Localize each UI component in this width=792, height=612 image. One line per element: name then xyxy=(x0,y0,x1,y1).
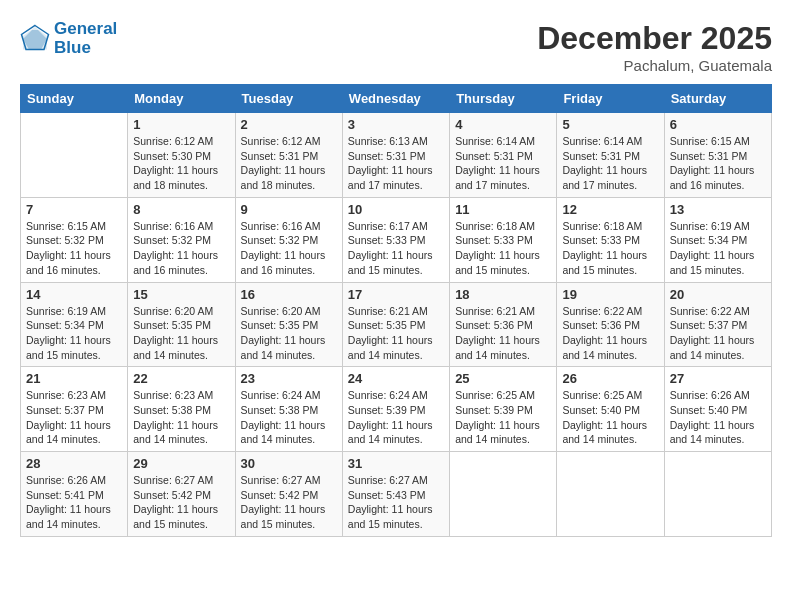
calendar-cell: 1Sunrise: 6:12 AMSunset: 5:30 PMDaylight… xyxy=(128,113,235,198)
day-info: Sunrise: 6:20 AMSunset: 5:35 PMDaylight:… xyxy=(133,304,229,363)
calendar-cell: 30Sunrise: 6:27 AMSunset: 5:42 PMDayligh… xyxy=(235,452,342,537)
day-number: 27 xyxy=(670,371,766,386)
day-info: Sunrise: 6:12 AMSunset: 5:30 PMDaylight:… xyxy=(133,134,229,193)
day-info: Sunrise: 6:22 AMSunset: 5:37 PMDaylight:… xyxy=(670,304,766,363)
calendar-cell: 26Sunrise: 6:25 AMSunset: 5:40 PMDayligh… xyxy=(557,367,664,452)
day-number: 22 xyxy=(133,371,229,386)
title-block: December 2025 Pachalum, Guatemala xyxy=(537,20,772,74)
day-number: 15 xyxy=(133,287,229,302)
day-number: 5 xyxy=(562,117,658,132)
weekday-header-thursday: Thursday xyxy=(450,85,557,113)
day-number: 29 xyxy=(133,456,229,471)
calendar-cell: 29Sunrise: 6:27 AMSunset: 5:42 PMDayligh… xyxy=(128,452,235,537)
day-info: Sunrise: 6:12 AMSunset: 5:31 PMDaylight:… xyxy=(241,134,337,193)
calendar-week-row: 14Sunrise: 6:19 AMSunset: 5:34 PMDayligh… xyxy=(21,282,772,367)
weekday-header-friday: Friday xyxy=(557,85,664,113)
calendar-cell: 12Sunrise: 6:18 AMSunset: 5:33 PMDayligh… xyxy=(557,197,664,282)
weekday-header-monday: Monday xyxy=(128,85,235,113)
calendar-cell xyxy=(557,452,664,537)
day-info: Sunrise: 6:26 AMSunset: 5:40 PMDaylight:… xyxy=(670,388,766,447)
calendar-week-row: 7Sunrise: 6:15 AMSunset: 5:32 PMDaylight… xyxy=(21,197,772,282)
day-number: 20 xyxy=(670,287,766,302)
logo: General Blue xyxy=(20,20,117,57)
day-number: 26 xyxy=(562,371,658,386)
day-number: 14 xyxy=(26,287,122,302)
weekday-header-wednesday: Wednesday xyxy=(342,85,449,113)
calendar-cell: 21Sunrise: 6:23 AMSunset: 5:37 PMDayligh… xyxy=(21,367,128,452)
weekday-header-tuesday: Tuesday xyxy=(235,85,342,113)
day-info: Sunrise: 6:15 AMSunset: 5:31 PMDaylight:… xyxy=(670,134,766,193)
calendar-week-row: 1Sunrise: 6:12 AMSunset: 5:30 PMDaylight… xyxy=(21,113,772,198)
day-info: Sunrise: 6:13 AMSunset: 5:31 PMDaylight:… xyxy=(348,134,444,193)
day-info: Sunrise: 6:27 AMSunset: 5:43 PMDaylight:… xyxy=(348,473,444,532)
calendar-cell: 19Sunrise: 6:22 AMSunset: 5:36 PMDayligh… xyxy=(557,282,664,367)
day-info: Sunrise: 6:17 AMSunset: 5:33 PMDaylight:… xyxy=(348,219,444,278)
calendar-table: SundayMondayTuesdayWednesdayThursdayFrid… xyxy=(20,84,772,537)
weekday-header-saturday: Saturday xyxy=(664,85,771,113)
day-info: Sunrise: 6:25 AMSunset: 5:40 PMDaylight:… xyxy=(562,388,658,447)
calendar-cell xyxy=(21,113,128,198)
calendar-cell: 23Sunrise: 6:24 AMSunset: 5:38 PMDayligh… xyxy=(235,367,342,452)
calendar-cell: 27Sunrise: 6:26 AMSunset: 5:40 PMDayligh… xyxy=(664,367,771,452)
calendar-cell xyxy=(450,452,557,537)
calendar-cell: 9Sunrise: 6:16 AMSunset: 5:32 PMDaylight… xyxy=(235,197,342,282)
day-info: Sunrise: 6:27 AMSunset: 5:42 PMDaylight:… xyxy=(241,473,337,532)
day-info: Sunrise: 6:20 AMSunset: 5:35 PMDaylight:… xyxy=(241,304,337,363)
logo-text: General Blue xyxy=(54,20,117,57)
day-info: Sunrise: 6:21 AMSunset: 5:36 PMDaylight:… xyxy=(455,304,551,363)
day-number: 4 xyxy=(455,117,551,132)
day-info: Sunrise: 6:18 AMSunset: 5:33 PMDaylight:… xyxy=(562,219,658,278)
calendar-week-row: 28Sunrise: 6:26 AMSunset: 5:41 PMDayligh… xyxy=(21,452,772,537)
day-info: Sunrise: 6:14 AMSunset: 5:31 PMDaylight:… xyxy=(455,134,551,193)
calendar-cell: 2Sunrise: 6:12 AMSunset: 5:31 PMDaylight… xyxy=(235,113,342,198)
page-header: General Blue December 2025 Pachalum, Gua… xyxy=(20,20,772,74)
day-info: Sunrise: 6:26 AMSunset: 5:41 PMDaylight:… xyxy=(26,473,122,532)
calendar-cell: 13Sunrise: 6:19 AMSunset: 5:34 PMDayligh… xyxy=(664,197,771,282)
calendar-cell: 31Sunrise: 6:27 AMSunset: 5:43 PMDayligh… xyxy=(342,452,449,537)
day-number: 30 xyxy=(241,456,337,471)
calendar-cell: 3Sunrise: 6:13 AMSunset: 5:31 PMDaylight… xyxy=(342,113,449,198)
location: Pachalum, Guatemala xyxy=(537,57,772,74)
month-title: December 2025 xyxy=(537,20,772,57)
day-info: Sunrise: 6:18 AMSunset: 5:33 PMDaylight:… xyxy=(455,219,551,278)
day-info: Sunrise: 6:22 AMSunset: 5:36 PMDaylight:… xyxy=(562,304,658,363)
calendar-cell: 4Sunrise: 6:14 AMSunset: 5:31 PMDaylight… xyxy=(450,113,557,198)
day-info: Sunrise: 6:24 AMSunset: 5:39 PMDaylight:… xyxy=(348,388,444,447)
calendar-cell: 17Sunrise: 6:21 AMSunset: 5:35 PMDayligh… xyxy=(342,282,449,367)
weekday-header-sunday: Sunday xyxy=(21,85,128,113)
calendar-cell: 20Sunrise: 6:22 AMSunset: 5:37 PMDayligh… xyxy=(664,282,771,367)
day-number: 1 xyxy=(133,117,229,132)
day-number: 12 xyxy=(562,202,658,217)
calendar-cell xyxy=(664,452,771,537)
day-number: 21 xyxy=(26,371,122,386)
day-info: Sunrise: 6:23 AMSunset: 5:38 PMDaylight:… xyxy=(133,388,229,447)
calendar-cell: 16Sunrise: 6:20 AMSunset: 5:35 PMDayligh… xyxy=(235,282,342,367)
day-number: 17 xyxy=(348,287,444,302)
calendar-week-row: 21Sunrise: 6:23 AMSunset: 5:37 PMDayligh… xyxy=(21,367,772,452)
calendar-cell: 14Sunrise: 6:19 AMSunset: 5:34 PMDayligh… xyxy=(21,282,128,367)
day-number: 8 xyxy=(133,202,229,217)
day-number: 7 xyxy=(26,202,122,217)
day-info: Sunrise: 6:16 AMSunset: 5:32 PMDaylight:… xyxy=(241,219,337,278)
calendar-cell: 18Sunrise: 6:21 AMSunset: 5:36 PMDayligh… xyxy=(450,282,557,367)
day-info: Sunrise: 6:16 AMSunset: 5:32 PMDaylight:… xyxy=(133,219,229,278)
day-info: Sunrise: 6:19 AMSunset: 5:34 PMDaylight:… xyxy=(26,304,122,363)
calendar-cell: 15Sunrise: 6:20 AMSunset: 5:35 PMDayligh… xyxy=(128,282,235,367)
calendar-cell: 5Sunrise: 6:14 AMSunset: 5:31 PMDaylight… xyxy=(557,113,664,198)
day-info: Sunrise: 6:15 AMSunset: 5:32 PMDaylight:… xyxy=(26,219,122,278)
day-number: 10 xyxy=(348,202,444,217)
day-info: Sunrise: 6:14 AMSunset: 5:31 PMDaylight:… xyxy=(562,134,658,193)
calendar-cell: 6Sunrise: 6:15 AMSunset: 5:31 PMDaylight… xyxy=(664,113,771,198)
day-number: 23 xyxy=(241,371,337,386)
day-number: 3 xyxy=(348,117,444,132)
calendar-cell: 22Sunrise: 6:23 AMSunset: 5:38 PMDayligh… xyxy=(128,367,235,452)
day-info: Sunrise: 6:19 AMSunset: 5:34 PMDaylight:… xyxy=(670,219,766,278)
day-info: Sunrise: 6:23 AMSunset: 5:37 PMDaylight:… xyxy=(26,388,122,447)
calendar-cell: 11Sunrise: 6:18 AMSunset: 5:33 PMDayligh… xyxy=(450,197,557,282)
day-number: 28 xyxy=(26,456,122,471)
day-number: 11 xyxy=(455,202,551,217)
calendar-cell: 28Sunrise: 6:26 AMSunset: 5:41 PMDayligh… xyxy=(21,452,128,537)
weekday-header-row: SundayMondayTuesdayWednesdayThursdayFrid… xyxy=(21,85,772,113)
day-info: Sunrise: 6:27 AMSunset: 5:42 PMDaylight:… xyxy=(133,473,229,532)
calendar-header: SundayMondayTuesdayWednesdayThursdayFrid… xyxy=(21,85,772,113)
